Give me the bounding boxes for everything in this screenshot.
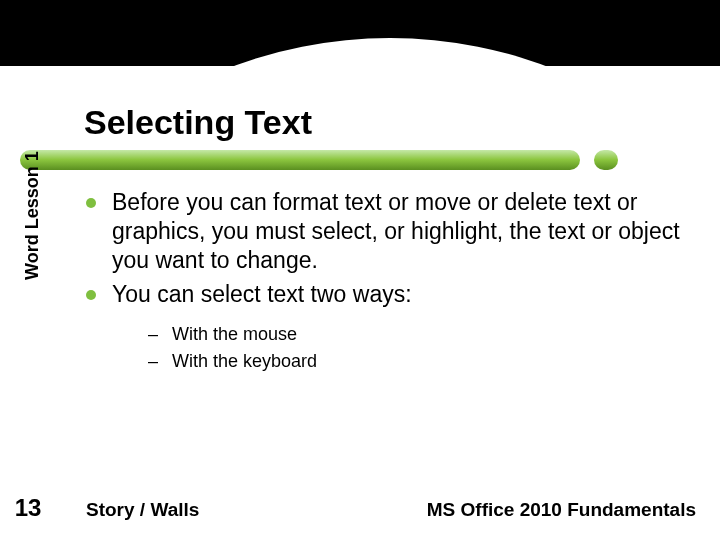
bullet-item: Before you can format text or move or de… [86, 188, 686, 274]
sub-bullet-text: With the keyboard [172, 350, 317, 373]
sub-bullet-dash-icon: – [148, 323, 158, 346]
sub-bullet-dash-icon: – [148, 350, 158, 373]
slide-title: Selecting Text [84, 103, 312, 142]
footer-authors: Story / Walls [86, 499, 199, 521]
footer-course-title: MS Office 2010 Fundamentals [427, 499, 696, 521]
slide-number: 13 [0, 494, 56, 522]
bullet-text: Before you can format text or move or de… [112, 188, 686, 274]
sub-bullet-list: – With the mouse – With the keyboard [148, 323, 686, 374]
bullet-item: You can select text two ways: [86, 280, 686, 309]
bullet-dot-icon [86, 198, 96, 208]
title-underline-dot [594, 150, 618, 170]
bullet-dot-icon [86, 290, 96, 300]
title-underline-bar [20, 150, 580, 170]
sub-bullet-item: – With the mouse [148, 323, 686, 346]
sub-bullet-text: With the mouse [172, 323, 297, 346]
sidebar-lesson-label: Word Lesson 1 [22, 151, 43, 280]
sub-bullet-item: – With the keyboard [148, 350, 686, 373]
bullet-text: You can select text two ways: [112, 280, 412, 309]
slide-body: Before you can format text or move or de… [86, 188, 686, 378]
slide-footer: 13 Story / Walls MS Office 2010 Fundamen… [0, 494, 720, 522]
